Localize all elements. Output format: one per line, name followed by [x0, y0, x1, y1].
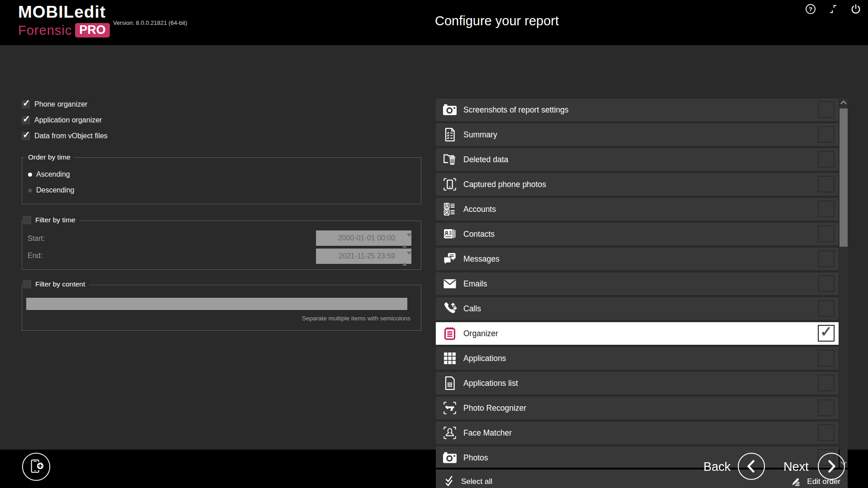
- radio-button[interactable]: [28, 173, 32, 177]
- report-item[interactable]: Deleted data: [436, 148, 839, 171]
- left-checkbox-item[interactable]: Phone organizer: [22, 99, 87, 109]
- select-all-label: Select all: [461, 477, 492, 486]
- radio-button[interactable]: [28, 188, 32, 192]
- filter-by-content-group: Filter by content Separate multiple item…: [22, 285, 421, 331]
- contacts-icon: [442, 226, 458, 242]
- power-icon[interactable]: [850, 3, 862, 15]
- report-item[interactable]: Contacts: [436, 223, 839, 245]
- back-button-label[interactable]: Back: [703, 460, 731, 474]
- report-item-label: Face Matcher: [463, 428, 512, 438]
- content-area: Phone organizer Application organizer Da…: [0, 45, 868, 450]
- order-by-time-label: Order by time: [25, 153, 74, 161]
- report-item-checkbox[interactable]: [818, 325, 835, 342]
- face-matcher-icon: [442, 425, 458, 441]
- report-item-label: Messages: [463, 254, 500, 264]
- date-input[interactable]: 2021-11-25 23:59: [316, 249, 411, 264]
- report-item[interactable]: Photo Recognizer: [436, 397, 839, 419]
- report-item[interactable]: Applications: [436, 347, 839, 370]
- filter-by-time-checkbox[interactable]: [23, 216, 31, 224]
- checkbox[interactable]: [22, 132, 30, 140]
- report-item-list: Screenshots of report settings Summary D…: [436, 99, 839, 468]
- report-item-label: Screenshots of report settings: [463, 105, 568, 115]
- report-item-label: Deleted data: [463, 155, 508, 164]
- report-item-checkbox[interactable]: [818, 151, 835, 168]
- report-item-checkbox[interactable]: [818, 126, 835, 143]
- next-button-label[interactable]: Next: [783, 460, 809, 474]
- filter-by-content-label: Filter by content: [35, 280, 85, 288]
- camera-icon: [442, 102, 458, 118]
- photos-icon: [442, 450, 458, 466]
- report-item-checkbox[interactable]: [818, 424, 835, 441]
- date-input[interactable]: 2000-01-01 00:00: [316, 230, 411, 246]
- filter-by-content-checkbox[interactable]: [23, 280, 31, 288]
- header-bar: MOBILedit Forensic PRO Version: 8.0.0.21…: [0, 0, 868, 45]
- checkbox[interactable]: [22, 100, 30, 108]
- content-filter-hint: Separate multiple items with semicolons: [302, 315, 410, 322]
- help-icon[interactable]: ?: [805, 3, 816, 15]
- order-option[interactable]: Descending: [28, 186, 75, 195]
- report-item[interactable]: Photos: [436, 446, 839, 468]
- select-all-button[interactable]: Select all: [444, 475, 492, 488]
- report-item-checkbox[interactable]: [818, 225, 835, 242]
- spinner-icon[interactable]: [402, 251, 408, 267]
- date-field-label: End:: [28, 252, 42, 260]
- app-logo: MOBILedit Forensic PRO: [18, 4, 110, 38]
- scroll-up-icon[interactable]: [840, 100, 847, 105]
- logo-line2: Forensic: [18, 24, 72, 37]
- spinner-icon[interactable]: [402, 233, 408, 249]
- report-item[interactable]: Applications list: [436, 372, 839, 394]
- report-item[interactable]: Calls: [436, 297, 839, 320]
- radio-label: Descending: [36, 186, 75, 194]
- left-checkbox-item[interactable]: Application organizer: [22, 115, 102, 125]
- report-item-checkbox[interactable]: [818, 176, 835, 192]
- checkbox[interactable]: [22, 116, 30, 124]
- summary-icon: [442, 127, 458, 143]
- report-item-label: Photo Recognizer: [463, 404, 526, 413]
- svg-text:?: ?: [809, 6, 812, 13]
- report-item-checkbox[interactable]: [818, 300, 835, 317]
- collapse-window-icon[interactable]: [827, 3, 839, 15]
- organizer-icon: [442, 325, 458, 342]
- report-item[interactable]: Summary: [436, 123, 839, 146]
- report-item-checkbox[interactable]: [818, 275, 835, 292]
- report-item-checkbox[interactable]: [818, 101, 835, 118]
- report-item[interactable]: Accounts: [436, 198, 839, 221]
- emails-icon: [442, 276, 458, 292]
- report-item[interactable]: Face Matcher: [436, 422, 839, 444]
- list-scrollbar[interactable]: [840, 99, 848, 468]
- report-item-checkbox[interactable]: [818, 250, 835, 267]
- radio-label: Ascending: [36, 170, 70, 178]
- checkbox-label: Phone organizer: [34, 100, 87, 108]
- content-filter-input[interactable]: [26, 298, 407, 310]
- report-item-checkbox[interactable]: [818, 201, 835, 217]
- edit-order-icon: [790, 475, 802, 488]
- report-item[interactable]: Screenshots of report settings: [436, 99, 839, 121]
- report-item-checkbox[interactable]: [818, 399, 835, 416]
- order-option[interactable]: Ascending: [28, 170, 70, 179]
- captured-phone-icon: [442, 176, 458, 192]
- report-item[interactable]: Captured phone photos: [436, 173, 839, 196]
- checkbox-label: Application organizer: [34, 116, 102, 124]
- add-phone-button[interactable]: [21, 452, 51, 482]
- date-field-label: Start:: [28, 235, 45, 243]
- next-button[interactable]: [817, 452, 845, 480]
- report-item-checkbox[interactable]: [818, 350, 835, 366]
- logo-line1: MOBILedit: [18, 4, 110, 20]
- back-button[interactable]: [737, 452, 765, 480]
- report-item-label: Applications list: [463, 379, 518, 388]
- report-item[interactable]: Messages: [436, 248, 839, 270]
- left-checkbox-item[interactable]: Data from vObject files: [22, 131, 108, 141]
- filter-by-time-label: Filter by time: [35, 216, 75, 224]
- report-item-checkbox[interactable]: [818, 375, 835, 391]
- applications-icon: [442, 350, 458, 366]
- report-item[interactable]: Emails: [436, 272, 839, 295]
- applications-list-icon: [442, 375, 458, 391]
- version-text: Version: 8.0.0.21821 (64-bit): [113, 19, 187, 26]
- report-item[interactable]: Organizer: [436, 322, 839, 345]
- calls-icon: [442, 300, 458, 317]
- deleted-data-icon: [442, 151, 458, 168]
- page-title: Configure your report: [435, 14, 559, 28]
- filter-by-time-group: Filter by time Start: 2000-01-01 00:00 E…: [22, 221, 421, 270]
- scrollbar-thumb[interactable]: [840, 108, 848, 247]
- report-item-label: Captured phone photos: [463, 180, 546, 189]
